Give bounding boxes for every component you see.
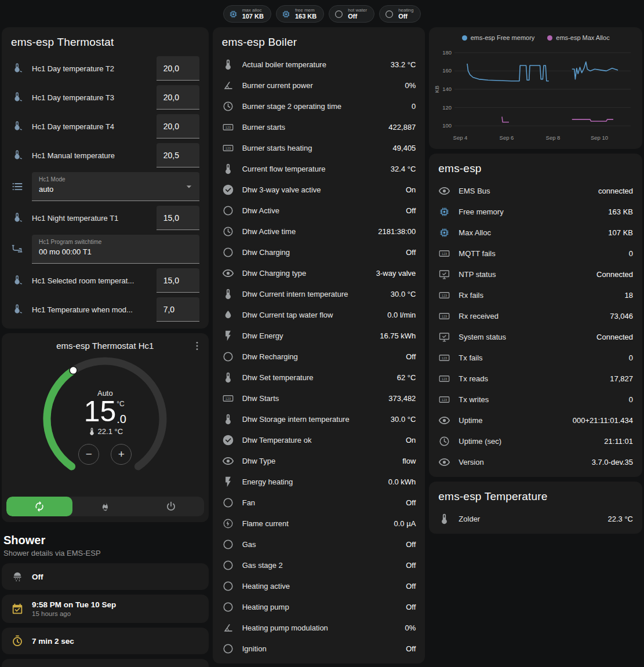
hvac-heat-button[interactable]	[72, 497, 139, 516]
temp-increase-button[interactable]: +	[111, 444, 132, 465]
chip-value: Off	[348, 13, 367, 20]
entity-row[interactable]: GasOff	[213, 534, 425, 555]
temp-unit: °C	[117, 400, 124, 407]
entity-row[interactable]: Heating pump modulation0%	[213, 617, 425, 638]
number-input[interactable]: 20,5	[157, 143, 199, 167]
entity-row[interactable]: Dhw Storage intern temperature30.0 °C	[213, 409, 425, 429]
number-input[interactable]: 7,0	[157, 297, 199, 322]
shower-card-2[interactable]: 7 min 2 sec	[2, 628, 209, 654]
entity-value: 0.0 kWh	[388, 478, 416, 486]
number-input[interactable]: 15,0	[157, 206, 199, 230]
entity-row[interactable]: 123Rx received73,046	[429, 305, 642, 326]
entity-label: Actual boiler temperature	[242, 60, 383, 69]
more-options-icon[interactable]	[191, 340, 203, 352]
entity-row[interactable]: Max Alloc107 KB	[429, 222, 642, 243]
entity-row[interactable]: Actual boiler temperature33.2 °C	[213, 54, 425, 75]
entity-row[interactable]: Dhw Energy16.75 kWh	[213, 325, 425, 346]
entity-value: 33.2 °C	[391, 60, 416, 69]
entity-row[interactable]: Gas stage 2Off	[213, 555, 425, 575]
number-input[interactable]: 20,0	[157, 114, 199, 138]
entity-label: Dhw Charging type	[242, 269, 368, 278]
legend-item[interactable]: ems-esp Free memory	[462, 34, 535, 41]
entity-row[interactable]: Zolder22.3 °C	[429, 508, 642, 529]
temp-decrease-button[interactable]: −	[78, 444, 99, 465]
entity-value: 0	[412, 102, 416, 111]
entity-row[interactable]: Free memory163 KB	[429, 201, 642, 222]
entity-row[interactable]: 123Dhw Starts373,482	[213, 388, 425, 409]
entity-row[interactable]: Dhw Set temperature62 °C	[213, 367, 425, 388]
entity-row[interactable]: Current flow temperature32.4 °C	[213, 158, 425, 179]
entity-row[interactable]: Dhw Temperature okOn	[213, 429, 425, 450]
svg-text:160: 160	[442, 67, 452, 74]
thermostat-dial: Auto 15 °C .0 22.1 °C − +	[35, 353, 174, 492]
thermometer-icon	[222, 163, 234, 175]
entity-value: Off	[406, 603, 416, 611]
header-chip-heating[interactable]: heatingOff	[379, 5, 421, 23]
entity-row[interactable]: NTP statusConnected	[429, 264, 642, 285]
entity-row[interactable]: Uptime000+21:11:01.434	[429, 410, 642, 431]
entity-value: 49,405	[393, 144, 416, 152]
thermostat-dial-card: ems-esp Thermostat Hc1 Auto 15 °C .0	[2, 333, 209, 522]
entity-row[interactable]: Heating activeOff	[213, 575, 425, 596]
entity-row[interactable]: Dhw RechargingOff	[213, 346, 425, 367]
number-input[interactable]: 20,0	[157, 56, 199, 81]
svg-text:123: 123	[442, 252, 447, 255]
entity-row[interactable]: 123Tx writes0	[429, 389, 642, 410]
hvac-off-button[interactable]	[138, 497, 204, 516]
entity-row[interactable]: Burner current power0%	[213, 75, 425, 96]
entity-row[interactable]: Dhw 3-way valve activeOn	[213, 179, 425, 200]
number-input[interactable]: 15,0	[157, 268, 199, 293]
header-chip-max-alloc[interactable]: max alloc107 KB	[223, 5, 271, 23]
switchtime-input[interactable]: Hc1 Program switchtime00 mo 00:00 T1	[32, 235, 199, 264]
number-input[interactable]: 20,0	[157, 85, 199, 110]
entity-row[interactable]: EMS Busconnected	[429, 180, 642, 201]
svg-text:100: 100	[442, 122, 452, 129]
counter-icon: 123	[222, 121, 234, 133]
entity-row[interactable]: 123Burner starts422,887	[213, 116, 425, 137]
circle-icon	[222, 601, 234, 613]
thermometer-icon	[222, 288, 234, 300]
svg-text:123: 123	[225, 125, 230, 129]
entity-row[interactable]: Dhw Active time2181:38:00	[213, 221, 425, 242]
header-chip-hot-water[interactable]: hot waterOff	[329, 5, 374, 23]
entity-row[interactable]: Heating pumpOff	[213, 596, 425, 617]
entity-label: Rx received	[459, 312, 602, 320]
shower-card-text: 7 min 2 sec	[32, 637, 74, 646]
legend-item[interactable]: ems-esp Max Alloc	[547, 34, 609, 41]
entity-row[interactable]: FanOff	[213, 492, 425, 513]
entity-row[interactable]: 123Tx reads17,827	[429, 368, 642, 389]
entity-label: Burner stage 2 operating time	[242, 102, 403, 111]
entity-row[interactable]: Dhw Current intern temperature30.0 °C	[213, 283, 425, 304]
circle-icon	[222, 205, 234, 217]
entity-row[interactable]: Version3.7.0-dev.35	[429, 451, 642, 472]
entity-row[interactable]: Dhw Current tap water flow0.0 l/min	[213, 304, 425, 325]
entity-row[interactable]: Uptime (sec)21:11:01	[429, 431, 642, 451]
entity-row[interactable]: Dhw Typeflow	[213, 450, 425, 471]
header-chip-free-mem[interactable]: free mem163 KB	[276, 5, 324, 23]
entity-row[interactable]: Dhw ChargingOff	[213, 242, 425, 263]
entity-row[interactable]: 123Burner starts heating49,405	[213, 137, 425, 158]
entity-label: Zolder	[459, 515, 599, 523]
card-title: ems-esp Boiler	[213, 27, 425, 54]
svg-text:Sep 8: Sep 8	[546, 134, 561, 141]
entity-row[interactable]: Burner stage 2 operating time0	[213, 96, 425, 116]
entity-row[interactable]: 123MQTT fails0	[429, 243, 642, 264]
mode-select[interactable]: Hc1 Modeauto	[32, 172, 199, 201]
entity-row[interactable]: 123Tx fails0	[429, 347, 642, 368]
entity-label: Dhw Active time	[242, 227, 370, 236]
entity-label: Dhw Current intern temperature	[242, 290, 383, 298]
shower-card-subtext: 15 hours ago	[32, 610, 116, 617]
entity-row[interactable]: 123Rx fails18	[429, 285, 642, 305]
entity-row[interactable]: System statusConnected	[429, 326, 642, 347]
entity-row[interactable]: Dhw Charging type3-way valve	[213, 263, 425, 283]
entity-row[interactable]: IgnitionOff	[213, 638, 425, 659]
hvac-auto-button[interactable]	[6, 497, 72, 516]
entity-row[interactable]: Energy heating0.0 kWh	[213, 471, 425, 492]
target-temperature: 15 °C .0	[84, 396, 126, 427]
entity-row[interactable]: Flame current0.0 µA	[213, 513, 425, 534]
shower-card-1[interactable]: 9:58 PM on Tue 10 Sep15 hours ago	[2, 595, 209, 623]
shower-card-3[interactable]	[2, 659, 209, 667]
entity-row[interactable]: Dhw ActiveOff	[213, 200, 425, 221]
flash-icon	[222, 476, 234, 488]
shower-card-0[interactable]: Off	[2, 563, 209, 590]
